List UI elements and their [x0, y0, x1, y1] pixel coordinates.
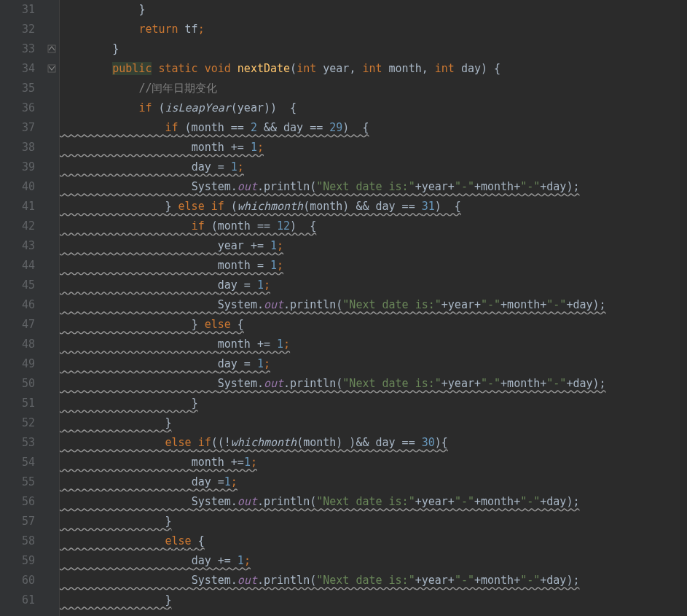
line-number: 41: [0, 197, 35, 217]
code-line[interactable]: //闰年日期变化: [60, 79, 687, 98]
token-punc: (: [290, 62, 297, 75]
warning-underline: ~~~~~~~~~~~~~~~~~~~~~~~~~~~~~~~~~~~~~~~~…: [60, 408, 243, 411]
code-line[interactable]: year += 1;~~~~~~~~~~~~~~~~~~~~~~~~~~~~~~…: [60, 236, 687, 256]
line-number-gutter: 3132333435363738394041424344454647484950…: [0, 0, 44, 616]
line-number: 47: [0, 315, 35, 335]
code-line[interactable]: System.out.println("Next date is:"+year+…: [60, 571, 687, 590]
code-line[interactable]: public static void nextDate(int year, in…: [60, 59, 687, 79]
warning-underline: ~~~~~~~~~~~~~~~~~~~~~~~~~~~~~~~~~~~~~~~~…: [60, 211, 504, 214]
warning-underline: ~~~~~~~~~~~~~~~~~~~~~~~~~~~~~~~~~~~~~~~~…: [60, 152, 311, 155]
code-line[interactable]: day = 1;~~~~~~~~~~~~~~~~~~~~~~~~~~~~~~~~…: [60, 354, 687, 374]
line-number: 52: [0, 413, 35, 433]
code-line[interactable]: }: [60, 0, 687, 20]
fold-column: [44, 0, 60, 616]
token-param: day: [461, 62, 481, 75]
warning-underline: ~~~~~~~~~~~~~~~~~~~~~~~~~~~~~~~~~~~~~~~~…: [60, 546, 251, 549]
line-number: 43: [0, 236, 35, 256]
line-number: 45: [0, 276, 35, 295]
token-type: int: [435, 62, 461, 75]
warning-underline: ~~~~~~~~~~~~~~~~~~~~~~~~~~~~~~~~~~~~~~~~…: [60, 526, 217, 529]
token-param: year: [323, 62, 349, 75]
line-number: 38: [0, 138, 35, 157]
line-number: 49: [0, 354, 35, 374]
warning-underline: ~~~~~~~~~~~~~~~~~~~~~~~~~~~~~~~~~~~~~~~~…: [60, 330, 291, 332]
line-number: 35: [0, 79, 35, 98]
code-editor[interactable]: 3132333435363738394041424344454647484950…: [0, 0, 687, 616]
code-line[interactable]: if (month == 12) {~~~~~~~~~~~~~~~~~~~~~~…: [60, 217, 687, 236]
warning-underline: ~~~~~~~~~~~~~~~~~~~~~~~~~~~~~~~~~~~~~~~~…: [60, 369, 316, 372]
warning-underline: ~~~~~~~~~~~~~~~~~~~~~~~~~~~~~~~~~~~~~~~~…: [60, 231, 358, 234]
svg-rect-1: [48, 65, 55, 72]
token-kw-hl: public: [112, 62, 152, 75]
warning-underline: ~~~~~~~~~~~~~~~~~~~~~~~~~~~~~~~~~~~~~~~~…: [60, 192, 628, 195]
line-number: 44: [0, 256, 35, 276]
line-number: 55: [0, 472, 35, 492]
token-type: int: [297, 62, 323, 75]
token-ident-italic: isLeapYear: [165, 101, 231, 114]
line-number: 36: [0, 98, 35, 118]
line-number: 57: [0, 512, 35, 531]
code-line[interactable]: System.out.println("Next date is:"+year+…: [60, 177, 687, 197]
token-kw: static void: [158, 62, 237, 75]
code-line[interactable]: day = 1;~~~~~~~~~~~~~~~~~~~~~~~~~~~~~~~~…: [60, 276, 687, 295]
token-param: month: [389, 62, 422, 75]
token-kw: if: [138, 101, 158, 114]
token-punc: }: [112, 42, 119, 55]
line-number: 46: [0, 295, 35, 315]
warning-underline: ~~~~~~~~~~~~~~~~~~~~~~~~~~~~~~~~~~~~~~~~…: [60, 605, 217, 608]
warning-underline: ~~~~~~~~~~~~~~~~~~~~~~~~~~~~~~~~~~~~~~~~…: [60, 290, 316, 293]
code-line[interactable]: else if((!whichmonth(month) )&& day == 3…: [60, 433, 687, 453]
code-line[interactable]: month = 1;~~~~~~~~~~~~~~~~~~~~~~~~~~~~~~…: [60, 256, 687, 276]
code-line[interactable]: System.out.println("Next date is:"+year+…: [60, 492, 687, 512]
token-punc: ,: [349, 62, 362, 75]
token-fn: nextDate: [237, 62, 290, 75]
code-line[interactable]: return tf;: [60, 20, 687, 39]
line-number: 59: [0, 551, 35, 571]
token-comment: //闰年日期变化: [138, 82, 217, 95]
token-punc: ,: [422, 62, 435, 75]
token-punc: (year)) {: [231, 101, 297, 114]
warning-underline: ~~~~~~~~~~~~~~~~~~~~~~~~~~~~~~~~~~~~~~~~…: [60, 566, 294, 569]
code-line[interactable]: }~~~~~~~~~~~~~~~~~~~~~~~~~~~~~~~~~~~~~~~…: [60, 512, 687, 531]
code-line[interactable]: }: [60, 39, 687, 59]
code-line[interactable]: day += 1;~~~~~~~~~~~~~~~~~~~~~~~~~~~~~~~…: [60, 551, 687, 571]
warning-underline: ~~~~~~~~~~~~~~~~~~~~~~~~~~~~~~~~~~~~~~~~…: [60, 310, 653, 313]
code-line[interactable]: if (month == 2 && day == 29) {~~~~~~~~~~…: [60, 118, 687, 138]
line-number: 53: [0, 433, 35, 453]
code-line[interactable]: if (isLeapYear(year)) {: [60, 98, 687, 118]
code-line[interactable]: }~~~~~~~~~~~~~~~~~~~~~~~~~~~~~~~~~~~~~~~…: [60, 413, 687, 433]
warning-underline: ~~~~~~~~~~~~~~~~~~~~~~~~~~~~~~~~~~~~~~~~…: [60, 448, 497, 451]
code-line[interactable]: }~~~~~~~~~~~~~~~~~~~~~~~~~~~~~~~~~~~~~~~…: [60, 590, 687, 610]
token-kw: return: [138, 23, 184, 36]
code-line[interactable]: day = 1;~~~~~~~~~~~~~~~~~~~~~~~~~~~~~~~~…: [60, 157, 687, 177]
warning-underline: ~~~~~~~~~~~~~~~~~~~~~~~~~~~~~~~~~~~~~~~~…: [60, 133, 409, 136]
line-number: 34: [0, 59, 35, 79]
code-line[interactable]: month += 1;~~~~~~~~~~~~~~~~~~~~~~~~~~~~~…: [60, 138, 687, 157]
code-line[interactable]: month += 1;~~~~~~~~~~~~~~~~~~~~~~~~~~~~~…: [60, 335, 687, 354]
line-number: 42: [0, 217, 35, 236]
line-number: 32: [0, 20, 35, 39]
code-line[interactable]: }~~~~~~~~~~~~~~~~~~~~~~~~~~~~~~~~~~~~~~~…: [60, 394, 687, 413]
fold-close-icon[interactable]: [47, 44, 57, 55]
line-number: 54: [0, 453, 35, 472]
fold-open-icon[interactable]: [47, 64, 57, 74]
code-area[interactable]: } return tf; } public static void nextDa…: [60, 0, 687, 616]
token-param: tf: [185, 23, 198, 36]
line-number: 58: [0, 531, 35, 551]
warning-underline: ~~~~~~~~~~~~~~~~~~~~~~~~~~~~~~~~~~~~~~~~…: [60, 251, 328, 254]
line-number: 31: [0, 0, 35, 20]
line-number: 60: [0, 571, 35, 590]
warning-underline: ~~~~~~~~~~~~~~~~~~~~~~~~~~~~~~~~~~~~~~~~…: [60, 270, 329, 273]
code-line[interactable]: day =1;~~~~~~~~~~~~~~~~~~~~~~~~~~~~~~~~~…: [60, 472, 687, 492]
line-number: 37: [0, 118, 35, 138]
code-line[interactable]: System.out.println("Next date is:"+year+…: [60, 374, 687, 394]
code-line[interactable]: month +=1;~~~~~~~~~~~~~~~~~~~~~~~~~~~~~~…: [60, 453, 687, 472]
line-number: 39: [0, 157, 35, 177]
warning-underline: ~~~~~~~~~~~~~~~~~~~~~~~~~~~~~~~~~~~~~~~~…: [60, 487, 282, 490]
code-line[interactable]: } else {~~~~~~~~~~~~~~~~~~~~~~~~~~~~~~~~…: [60, 315, 687, 335]
code-line[interactable]: } else if (whichmonth(month) && day == 3…: [60, 197, 687, 217]
warning-underline: ~~~~~~~~~~~~~~~~~~~~~~~~~~~~~~~~~~~~~~~~…: [60, 389, 653, 391]
code-line[interactable]: else {~~~~~~~~~~~~~~~~~~~~~~~~~~~~~~~~~~…: [60, 531, 687, 551]
line-number: 33: [0, 39, 35, 59]
code-line[interactable]: System.out.println("Next date is:"+year+…: [60, 295, 687, 315]
